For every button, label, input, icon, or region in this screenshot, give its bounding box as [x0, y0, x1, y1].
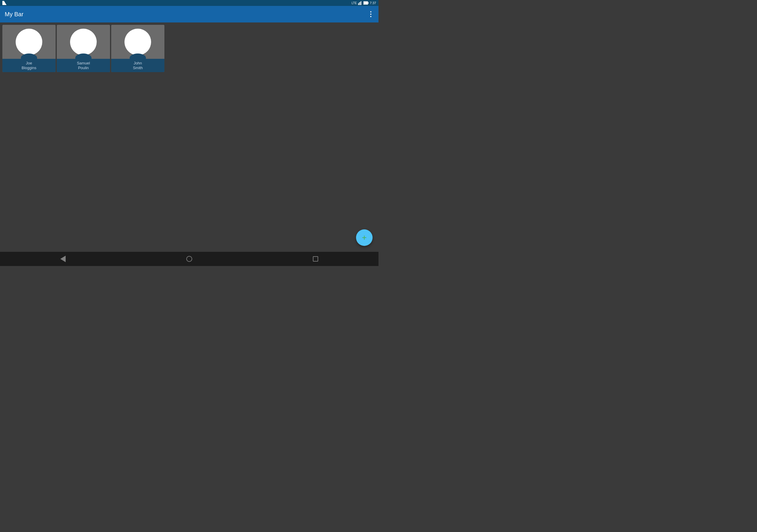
svg-rect-2 — [360, 2, 360, 5]
home-icon — [186, 256, 192, 262]
menu-dot-2 — [370, 14, 371, 15]
avatar-circle — [16, 29, 42, 55]
person-name-john: JohnSmith — [133, 61, 142, 70]
svg-rect-3 — [361, 1, 361, 5]
menu-dot-3 — [370, 16, 371, 17]
overflow-menu-button[interactable] — [368, 9, 374, 19]
name-area-samuel: SamuelPoulin — [57, 59, 110, 72]
status-bar-left — [2, 1, 7, 5]
menu-dot-1 — [370, 11, 371, 13]
person-card-john-smith[interactable]: JohnSmith — [111, 25, 165, 72]
back-icon — [60, 256, 66, 262]
avatar-circle — [70, 29, 97, 55]
status-bar: LTE 7:37 — [0, 0, 378, 6]
person-name-samuel: SamuelPoulin — [77, 61, 90, 70]
svg-rect-1 — [359, 2, 360, 5]
status-bar-right: LTE 7:37 — [351, 1, 376, 5]
navigation-bar — [0, 252, 378, 266]
add-person-fab[interactable]: + — [356, 229, 373, 246]
svg-rect-0 — [358, 3, 359, 5]
n-logo-icon — [2, 1, 7, 5]
person-name-joe: JoeBloggins — [21, 61, 36, 70]
nav-back-button[interactable] — [60, 256, 66, 262]
person-card-joe-bloggins[interactable]: JoeBloggins — [2, 25, 56, 72]
name-area-joe: JoeBloggins — [2, 59, 56, 72]
time-display: 7:37 — [370, 1, 376, 5]
network-indicator: LTE — [351, 1, 357, 5]
signal-icon — [358, 1, 362, 5]
nav-home-button[interactable] — [186, 256, 192, 262]
app-bar-title: My Bar — [5, 11, 23, 18]
nav-recents-button[interactable] — [313, 256, 318, 262]
avatar-circle — [125, 29, 151, 55]
person-grid: JoeBloggins SamuelPoulin JohnSmith — [2, 25, 376, 72]
person-card-samuel-poulin[interactable]: SamuelPoulin — [57, 25, 110, 72]
recents-icon — [313, 256, 318, 262]
name-area-john: JohnSmith — [111, 59, 165, 72]
app-bar: My Bar — [0, 6, 378, 22]
svg-rect-6 — [364, 2, 368, 4]
battery-icon — [363, 1, 369, 5]
svg-rect-5 — [368, 2, 369, 4]
main-content: JoeBloggins SamuelPoulin JohnSmith — [0, 22, 378, 252]
add-icon: + — [362, 233, 367, 242]
